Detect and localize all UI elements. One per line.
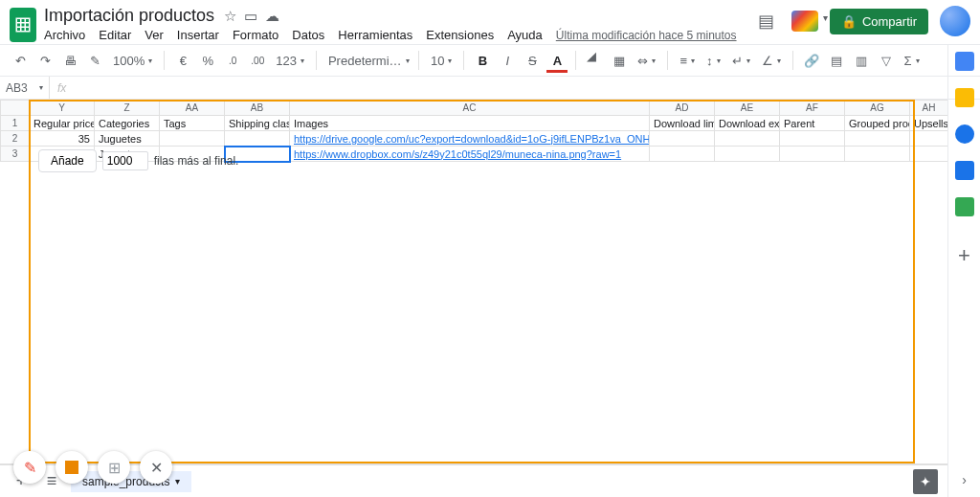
row-header-1[interactable]: 1 bbox=[1, 116, 30, 131]
insert-comment-icon[interactable]: ▤ bbox=[826, 49, 847, 72]
formula-input[interactable] bbox=[74, 77, 980, 99]
cell[interactable]: Download expiry bbox=[715, 116, 780, 131]
cell[interactable] bbox=[845, 131, 910, 147]
cell[interactable]: Upsells bbox=[910, 116, 948, 131]
font-size-dropdown[interactable]: 10 bbox=[427, 54, 456, 68]
row-header-2[interactable]: 2 bbox=[1, 131, 30, 147]
last-edit-link[interactable]: Última modificación hace 5 minutos bbox=[556, 29, 737, 42]
rotate-button[interactable]: ∠ bbox=[758, 54, 785, 68]
filter-icon[interactable]: ▽ bbox=[876, 49, 897, 72]
menu-edit[interactable]: Editar bbox=[99, 28, 131, 42]
cell[interactable]: https://drive.google.com/uc?export=downl… bbox=[290, 131, 650, 147]
keep-icon[interactable] bbox=[955, 88, 974, 107]
add-rows-button[interactable]: Añade bbox=[38, 149, 97, 172]
functions-icon[interactable]: Σ bbox=[901, 54, 924, 68]
col-header-AB[interactable]: AB bbox=[225, 101, 290, 116]
cell[interactable] bbox=[845, 147, 910, 162]
col-header-AF[interactable]: AF bbox=[780, 101, 845, 116]
account-avatar[interactable] bbox=[940, 6, 970, 36]
move-icon[interactable]: ▭ bbox=[244, 8, 257, 25]
cell[interactable] bbox=[910, 131, 948, 147]
star-icon[interactable]: ☆ bbox=[224, 8, 236, 25]
format-percent[interactable]: % bbox=[197, 49, 218, 72]
valign-button[interactable]: ↕ bbox=[702, 54, 724, 68]
insert-chart-icon[interactable]: ▥ bbox=[851, 49, 872, 72]
cell[interactable]: Tags bbox=[160, 116, 225, 131]
meet-icon[interactable] bbox=[791, 11, 818, 32]
cell[interactable]: 35 bbox=[30, 131, 95, 147]
cell[interactable] bbox=[780, 147, 845, 162]
cell[interactable]: Download limit bbox=[650, 116, 715, 131]
menu-extensions[interactable]: Extensiones bbox=[426, 28, 494, 42]
recorder-close-icon[interactable]: ✕ bbox=[140, 451, 172, 484]
recorder-flag-icon[interactable] bbox=[56, 451, 88, 484]
menu-help[interactable]: Ayuda bbox=[507, 28, 543, 42]
cloud-status-icon[interactable]: ☁ bbox=[265, 8, 279, 25]
row-header-3[interactable]: 3 bbox=[1, 147, 30, 162]
menu-data[interactable]: Datos bbox=[292, 28, 324, 42]
comments-icon[interactable]: ▤ bbox=[753, 8, 780, 34]
wrap-button[interactable]: ↵ bbox=[728, 54, 754, 68]
image-link[interactable]: https://www.dropbox.com/s/z49y21c0t55ql2… bbox=[294, 148, 621, 160]
doc-title[interactable]: Importación productos bbox=[44, 6, 214, 26]
explore-button[interactable]: ✦ bbox=[913, 469, 938, 494]
maps-icon[interactable] bbox=[955, 197, 974, 216]
strike-button[interactable]: S bbox=[522, 49, 543, 72]
cell[interactable]: Shipping class bbox=[225, 116, 290, 131]
col-header-AH[interactable]: AH bbox=[910, 101, 948, 116]
cell[interactable] bbox=[715, 131, 780, 147]
insert-link-icon[interactable]: 🔗 bbox=[801, 49, 822, 72]
image-link[interactable]: https://drive.google.com/uc?export=downl… bbox=[294, 133, 650, 145]
name-box[interactable]: AB3 bbox=[0, 77, 50, 99]
select-all-corner[interactable] bbox=[1, 101, 30, 116]
col-header-AG[interactable]: AG bbox=[845, 101, 910, 116]
text-color-button[interactable]: A bbox=[546, 49, 568, 72]
menu-file[interactable]: Archivo bbox=[44, 28, 85, 42]
cell[interactable]: Juguetes bbox=[95, 131, 160, 147]
cell[interactable] bbox=[780, 131, 845, 147]
format-currency[interactable]: € bbox=[172, 49, 193, 72]
undo-icon[interactable]: ↶ bbox=[10, 49, 31, 72]
cell[interactable] bbox=[650, 147, 715, 162]
recorder-grid-icon[interactable]: ⊞ bbox=[98, 451, 130, 484]
cell[interactable]: Regular price bbox=[30, 116, 95, 131]
menu-insert[interactable]: Insertar bbox=[177, 28, 219, 42]
halign-button[interactable]: ≡ bbox=[676, 54, 699, 68]
redo-icon[interactable]: ↷ bbox=[34, 49, 56, 72]
zoom-dropdown[interactable]: 100% bbox=[109, 54, 156, 68]
increase-decimal[interactable]: .00 bbox=[247, 49, 268, 72]
paint-format-icon[interactable]: ✎ bbox=[84, 49, 105, 72]
merge-cells-button[interactable]: ⇔ bbox=[634, 54, 659, 68]
tasks-icon[interactable] bbox=[955, 124, 974, 144]
col-header-AD[interactable]: AD bbox=[650, 101, 715, 116]
font-family-dropdown[interactable]: Predetermi… bbox=[324, 54, 411, 68]
cell[interactable] bbox=[160, 131, 225, 147]
sheets-logo[interactable] bbox=[10, 8, 36, 42]
menu-format[interactable]: Formato bbox=[233, 28, 278, 42]
share-button[interactable]: 🔒 Compartir bbox=[830, 9, 928, 34]
borders-button[interactable]: ▦ bbox=[609, 49, 630, 72]
print-icon[interactable]: 🖶 bbox=[59, 49, 80, 72]
col-header-AE[interactable]: AE bbox=[715, 101, 780, 116]
add-rows-count-input[interactable] bbox=[102, 151, 148, 170]
cell[interactable] bbox=[910, 147, 948, 162]
cell[interactable]: Parent bbox=[780, 116, 845, 131]
cell[interactable] bbox=[225, 131, 290, 147]
col-header-Y[interactable]: Y bbox=[30, 101, 95, 116]
cell[interactable]: Categories bbox=[95, 116, 160, 131]
contacts-icon[interactable] bbox=[955, 161, 974, 180]
col-header-Z[interactable]: Z bbox=[95, 101, 160, 116]
calendar-icon[interactable] bbox=[955, 52, 974, 71]
menu-view[interactable]: Ver bbox=[145, 28, 164, 42]
cell[interactable] bbox=[650, 131, 715, 147]
cell[interactable]: https://www.dropbox.com/s/z49y21c0t55ql2… bbox=[290, 147, 650, 162]
menu-tools[interactable]: Herramientas bbox=[338, 28, 412, 42]
sidepanel-collapse-icon[interactable]: › bbox=[962, 472, 967, 487]
sheet-tab-menu-icon[interactable]: ▾ bbox=[175, 476, 180, 486]
fill-color-button[interactable]: ◢ bbox=[584, 49, 605, 72]
col-header-AC[interactable]: AC bbox=[290, 101, 650, 116]
bold-button[interactable]: B bbox=[472, 49, 493, 72]
col-header-AA[interactable]: AA bbox=[160, 101, 225, 116]
recorder-draw-icon[interactable]: ✎ bbox=[13, 451, 46, 484]
more-formats[interactable]: 123 bbox=[272, 54, 308, 68]
